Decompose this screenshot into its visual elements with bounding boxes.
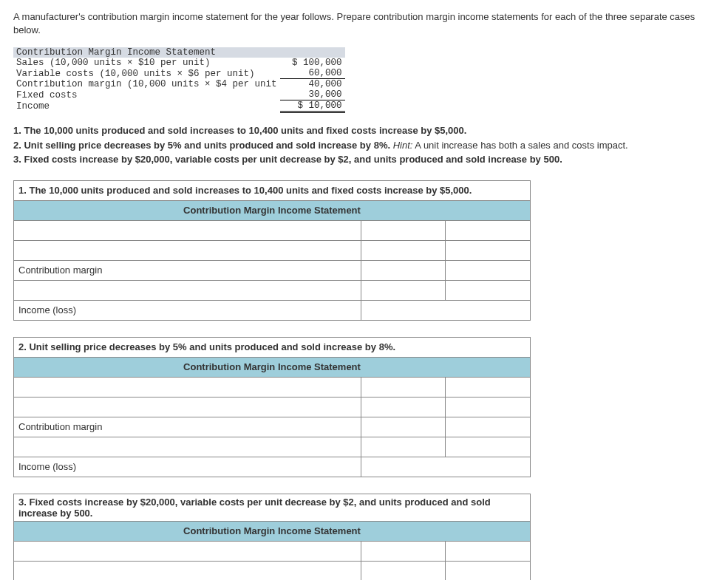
ws2-row4-amt2[interactable] [446, 437, 531, 457]
ws2-row1-label[interactable] [14, 377, 361, 397]
ws1-row2-amt2[interactable] [446, 240, 531, 260]
ws1-row4-amt1[interactable] [361, 280, 446, 300]
scenario-2a: 2. Unit selling price decreases by 5% an… [13, 140, 393, 151]
scenario-3: 3. Fixed costs increase by $20,000, vari… [13, 154, 562, 165]
worksheet-3: 3. Fixed costs increase by $20,000, vari… [13, 494, 531, 580]
scenario-2-hint-label: Hint: [393, 140, 413, 151]
ws2-income-amt[interactable] [361, 457, 530, 477]
ws2-prompt: 2. Unit selling price decreases by 5% an… [14, 337, 531, 357]
base-fixed-label: Fixed costs [13, 89, 280, 100]
base-title: Contribution Margin Income Statement [13, 47, 345, 58]
ws2-cm-label: Contribution margin [14, 417, 361, 437]
base-sales-amt: $ 100,000 [280, 58, 345, 68]
ws1-income-amt[interactable] [361, 300, 530, 320]
ws1-cm-label: Contribution margin [14, 260, 361, 280]
ws2-cm-amt1[interactable] [361, 417, 446, 437]
ws1-income-label: Income (loss) [14, 300, 361, 320]
ws3-header: Contribution Margin Income Statement [14, 521, 531, 541]
scenario-2b: A unit increase has both a sales and cos… [415, 140, 627, 151]
ws1-row1-amt2[interactable] [446, 220, 531, 240]
ws3-row1-amt1[interactable] [361, 541, 446, 561]
base-income-label: Income [13, 100, 280, 112]
ws1-row1-amt1[interactable] [361, 220, 446, 240]
scenario-1: 1. The 10,000 units produced and sold in… [13, 125, 466, 136]
base-income-amt: $ 10,000 [280, 100, 345, 112]
ws1-row4-label[interactable] [14, 280, 361, 300]
ws3-row1-amt2[interactable] [446, 541, 531, 561]
ws2-income-label: Income (loss) [14, 457, 361, 477]
base-sales-label: Sales (10,000 units × $10 per unit) [13, 58, 280, 68]
ws3-row2-amt1[interactable] [361, 561, 446, 580]
ws1-row1-label[interactable] [14, 220, 361, 240]
ws1-row2-amt1[interactable] [361, 240, 446, 260]
ws2-row1-amt1[interactable] [361, 377, 446, 397]
problem-intro: A manufacturer's contribution margin inc… [13, 10, 715, 37]
ws2-header: Contribution Margin Income Statement [14, 357, 531, 377]
worksheet-1: 1. The 10,000 units produced and sold in… [13, 180, 531, 321]
ws3-row1-label[interactable] [14, 541, 361, 561]
scenario-list: 1. The 10,000 units produced and sold in… [13, 123, 715, 167]
ws2-row2-amt1[interactable] [361, 397, 446, 417]
ws1-row2-label[interactable] [14, 240, 361, 260]
ws2-row1-amt2[interactable] [446, 377, 531, 397]
base-var-amt: 60,000 [280, 68, 345, 79]
ws1-row4-amt2[interactable] [446, 280, 531, 300]
ws3-row2-amt2[interactable] [446, 561, 531, 580]
ws2-row4-amt1[interactable] [361, 437, 446, 457]
ws1-prompt: 1. The 10,000 units produced and sold in… [14, 180, 531, 200]
ws2-row2-amt2[interactable] [446, 397, 531, 417]
base-income-statement: Contribution Margin Income Statement Sal… [13, 47, 345, 113]
ws2-row2-label[interactable] [14, 397, 361, 417]
worksheet-2: 2. Unit selling price decreases by 5% an… [13, 337, 531, 477]
base-var-label: Variable costs (10,000 units × $6 per un… [13, 68, 280, 79]
base-fixed-amt: 30,000 [280, 89, 345, 100]
ws1-cm-amt1[interactable] [361, 260, 446, 280]
base-cm-amt: 40,000 [280, 79, 345, 90]
ws2-row4-label[interactable] [14, 437, 361, 457]
base-cm-label: Contribution margin (10,000 units × $4 p… [13, 79, 280, 90]
ws1-header: Contribution Margin Income Statement [14, 200, 531, 220]
ws2-cm-amt2[interactable] [446, 417, 531, 437]
ws3-row2-label[interactable] [14, 561, 361, 580]
ws3-prompt: 3. Fixed costs increase by $20,000, vari… [14, 494, 531, 521]
ws1-cm-amt2[interactable] [446, 260, 531, 280]
